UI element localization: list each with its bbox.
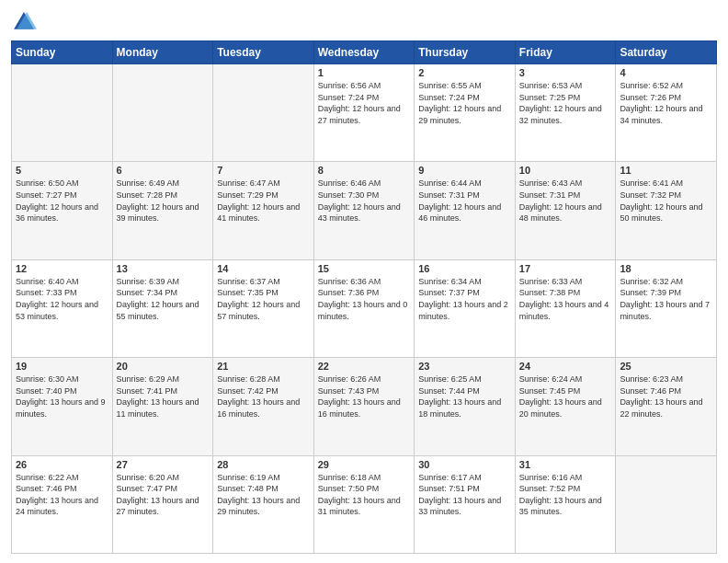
logo [11,9,40,35]
day-number: 15 [318,263,411,274]
calendar-week-row: 19 Sunrise: 6:30 AMSunset: 7:40 PMDaylig… [12,358,717,455]
calendar-cell: 6 Sunrise: 6:49 AMSunset: 7:28 PMDayligh… [112,162,213,259]
calendar-cell [213,64,314,162]
calendar-cell: 10 Sunrise: 6:43 AMSunset: 7:31 PMDaylig… [515,162,616,259]
day-number: 6 [117,165,210,176]
day-number: 1 [318,67,411,78]
day-number: 5 [16,165,108,176]
day-info: Sunrise: 6:22 AMSunset: 7:46 PMDaylight:… [16,473,98,517]
weekday-header-tuesday: Tuesday [213,41,314,64]
day-number: 24 [519,361,612,372]
calendar-cell: 8 Sunrise: 6:46 AMSunset: 7:30 PMDayligh… [313,162,415,259]
calendar-cell: 24 Sunrise: 6:24 AMSunset: 7:45 PMDaylig… [515,358,616,455]
day-number: 13 [117,263,210,274]
calendar-cell: 26 Sunrise: 6:22 AMSunset: 7:46 PMDaylig… [12,455,113,553]
calendar-cell [12,64,113,162]
calendar-cell: 14 Sunrise: 6:37 AMSunset: 7:35 PMDaylig… [213,259,314,357]
calendar-cell: 15 Sunrise: 6:36 AMSunset: 7:36 PMDaylig… [313,259,415,357]
calendar-cell: 18 Sunrise: 6:32 AMSunset: 7:39 PMDaylig… [616,259,717,357]
day-info: Sunrise: 6:40 AMSunset: 7:33 PMDaylight:… [16,277,98,321]
calendar-cell: 3 Sunrise: 6:53 AMSunset: 7:25 PMDayligh… [515,64,616,162]
calendar-cell: 30 Sunrise: 6:17 AMSunset: 7:51 PMDaylig… [415,455,516,553]
day-info: Sunrise: 6:41 AMSunset: 7:32 PMDaylight:… [620,178,702,223]
day-info: Sunrise: 6:29 AMSunset: 7:41 PMDaylight:… [117,374,199,419]
day-info: Sunrise: 6:34 AMSunset: 7:37 PMDaylight:… [418,277,508,321]
day-number: 19 [16,361,108,372]
day-info: Sunrise: 6:37 AMSunset: 7:35 PMDaylight:… [217,277,300,321]
day-info: Sunrise: 6:39 AMSunset: 7:34 PMDaylight:… [117,277,199,321]
day-info: Sunrise: 6:50 AMSunset: 7:27 PMDaylight:… [16,178,98,223]
day-number: 10 [519,165,612,176]
day-info: Sunrise: 6:24 AMSunset: 7:45 PMDaylight:… [519,374,602,419]
weekday-header-friday: Friday [515,41,616,64]
calendar-cell: 19 Sunrise: 6:30 AMSunset: 7:40 PMDaylig… [12,358,113,455]
calendar-cell: 9 Sunrise: 6:44 AMSunset: 7:31 PMDayligh… [415,162,516,259]
calendar-week-row: 12 Sunrise: 6:40 AMSunset: 7:33 PMDaylig… [12,259,717,357]
day-info: Sunrise: 6:28 AMSunset: 7:42 PMDaylight:… [217,374,300,419]
calendar-week-row: 5 Sunrise: 6:50 AMSunset: 7:27 PMDayligh… [12,162,717,259]
calendar-cell: 7 Sunrise: 6:47 AMSunset: 7:29 PMDayligh… [213,162,314,259]
day-number: 31 [519,459,612,470]
day-number: 27 [117,459,210,470]
weekday-header-saturday: Saturday [616,41,717,64]
day-number: 7 [217,165,310,176]
day-info: Sunrise: 6:17 AMSunset: 7:51 PMDaylight:… [418,473,501,517]
day-number: 17 [519,263,612,274]
calendar-cell: 23 Sunrise: 6:25 AMSunset: 7:44 PMDaylig… [415,358,516,455]
day-info: Sunrise: 6:52 AMSunset: 7:26 PMDaylight:… [620,81,702,125]
day-info: Sunrise: 6:53 AMSunset: 7:25 PMDaylight:… [519,81,602,125]
weekday-header-thursday: Thursday [415,41,516,64]
day-number: 16 [418,263,511,274]
day-number: 28 [217,459,310,470]
day-info: Sunrise: 6:30 AMSunset: 7:40 PMDaylight:… [16,374,106,419]
day-info: Sunrise: 6:25 AMSunset: 7:44 PMDaylight:… [418,374,501,419]
day-info: Sunrise: 6:23 AMSunset: 7:46 PMDaylight:… [620,374,702,419]
day-info: Sunrise: 6:47 AMSunset: 7:29 PMDaylight:… [217,178,300,223]
day-info: Sunrise: 6:49 AMSunset: 7:28 PMDaylight:… [117,178,199,223]
weekday-header-wednesday: Wednesday [313,41,415,64]
day-number: 26 [16,459,108,470]
calendar-cell: 21 Sunrise: 6:28 AMSunset: 7:42 PMDaylig… [213,358,314,455]
day-number: 4 [620,67,712,78]
calendar-cell: 5 Sunrise: 6:50 AMSunset: 7:27 PMDayligh… [12,162,113,259]
day-info: Sunrise: 6:36 AMSunset: 7:36 PMDaylight:… [318,277,408,321]
calendar-cell: 12 Sunrise: 6:40 AMSunset: 7:33 PMDaylig… [12,259,113,357]
calendar-cell: 29 Sunrise: 6:18 AMSunset: 7:50 PMDaylig… [313,455,415,553]
calendar-cell: 2 Sunrise: 6:55 AMSunset: 7:24 PMDayligh… [415,64,516,162]
calendar-cell: 25 Sunrise: 6:23 AMSunset: 7:46 PMDaylig… [616,358,717,455]
header [11,9,717,35]
day-info: Sunrise: 6:18 AMSunset: 7:50 PMDaylight:… [318,473,401,517]
day-number: 23 [418,361,511,372]
day-info: Sunrise: 6:19 AMSunset: 7:48 PMDaylight:… [217,473,300,517]
day-number: 30 [418,459,511,470]
calendar-cell: 1 Sunrise: 6:56 AMSunset: 7:24 PMDayligh… [313,64,415,162]
day-info: Sunrise: 6:56 AMSunset: 7:24 PMDaylight:… [318,81,401,125]
day-number: 12 [16,263,108,274]
day-number: 25 [620,361,712,372]
day-info: Sunrise: 6:46 AMSunset: 7:30 PMDaylight:… [318,178,401,223]
calendar-cell: 13 Sunrise: 6:39 AMSunset: 7:34 PMDaylig… [112,259,213,357]
calendar-cell: 28 Sunrise: 6:19 AMSunset: 7:48 PMDaylig… [213,455,314,553]
weekday-header-monday: Monday [112,41,213,64]
calendar-table: SundayMondayTuesdayWednesdayThursdayFrid… [11,40,717,554]
page: SundayMondayTuesdayWednesdayThursdayFrid… [0,0,728,563]
calendar-cell: 31 Sunrise: 6:16 AMSunset: 7:52 PMDaylig… [515,455,616,553]
calendar-week-row: 1 Sunrise: 6:56 AMSunset: 7:24 PMDayligh… [12,64,717,162]
day-number: 22 [318,361,411,372]
day-number: 2 [418,67,511,78]
weekday-header-sunday: Sunday [12,41,113,64]
calendar-cell: 4 Sunrise: 6:52 AMSunset: 7:26 PMDayligh… [616,64,717,162]
calendar-cell [616,455,717,553]
calendar-cell [112,64,213,162]
logo-icon [11,9,37,35]
day-number: 9 [418,165,511,176]
day-info: Sunrise: 6:55 AMSunset: 7:24 PMDaylight:… [418,81,501,125]
calendar-cell: 20 Sunrise: 6:29 AMSunset: 7:41 PMDaylig… [112,358,213,455]
weekday-header-row: SundayMondayTuesdayWednesdayThursdayFrid… [12,41,717,64]
calendar-cell: 27 Sunrise: 6:20 AMSunset: 7:47 PMDaylig… [112,455,213,553]
day-info: Sunrise: 6:20 AMSunset: 7:47 PMDaylight:… [117,473,199,517]
day-info: Sunrise: 6:33 AMSunset: 7:38 PMDaylight:… [519,277,609,321]
day-info: Sunrise: 6:43 AMSunset: 7:31 PMDaylight:… [519,178,602,223]
day-number: 3 [519,67,612,78]
day-number: 8 [318,165,411,176]
